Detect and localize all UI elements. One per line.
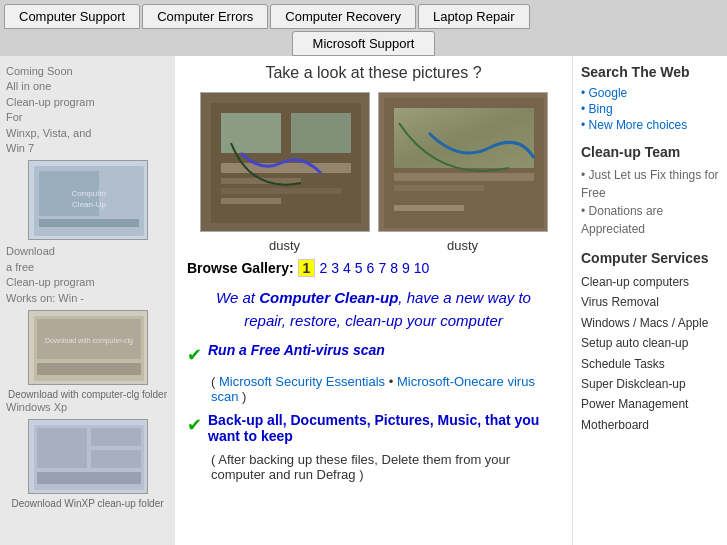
svg-rect-33 <box>379 93 548 232</box>
gallery-page-2[interactable]: 2 <box>319 260 327 276</box>
feature-antivirus: ✔ Run a Free Anti-virus scan <box>187 342 560 366</box>
svg-rect-16 <box>37 472 141 484</box>
main-title: Take a look at these pictures ? <box>187 64 560 82</box>
cleanup-team-item-2: • Donations are Appreciated <box>581 202 719 238</box>
tagline: We at Computer Clean-up, have a new way … <box>187 287 560 332</box>
service-item-5: Schedule Tasks <box>581 354 719 374</box>
svg-text:Clean-Up: Clean-Up <box>72 200 106 209</box>
tab-laptop-repair[interactable]: Laptop Repair <box>418 4 530 29</box>
google-link[interactable]: • Google <box>581 86 627 100</box>
tagline-brand: Computer Clean-up <box>259 289 398 306</box>
gallery-page-3[interactable]: 3 <box>331 260 339 276</box>
after-backup-text: ( After backing up these files, Delete t… <box>211 452 560 482</box>
tab-computer-errors[interactable]: Computer Errors <box>142 4 268 29</box>
gallery-page-9[interactable]: 9 <box>402 260 410 276</box>
dusty-images-row <box>187 92 560 232</box>
tab-computer-recovery[interactable]: Computer Recovery <box>270 4 416 29</box>
services-list: Clean-up computers Virus Removal Windows… <box>581 272 719 435</box>
dusty-image-2 <box>378 92 548 232</box>
gallery-page-8[interactable]: 8 <box>390 260 398 276</box>
svg-rect-3 <box>39 219 139 227</box>
svg-rect-13 <box>37 428 87 468</box>
feature1-text: Run a Free Anti-virus scan <box>208 342 385 358</box>
svg-rect-9 <box>37 363 141 375</box>
browse-label: Browse Gallery: <box>187 260 294 276</box>
more-choices-link[interactable]: • New More choices <box>581 118 687 132</box>
tab-microsoft-support[interactable]: Microsoft Support <box>292 31 436 56</box>
gallery-page-10[interactable]: 10 <box>414 260 430 276</box>
svg-rect-15 <box>91 450 141 468</box>
image2-label: dusty <box>378 238 548 253</box>
search-web-title: Search The Web <box>581 64 719 80</box>
service-item-2: Virus Removal <box>581 292 719 312</box>
sidebar-coming-soon: Coming Soon All in one Clean-up program … <box>6 64 169 156</box>
search-item-more: • New More choices <box>581 118 719 132</box>
service-item-6: Super Diskclean-up <box>581 374 719 394</box>
gallery-page-7[interactable]: 7 <box>378 260 386 276</box>
sidebar-caption-1: Deownload with computer-clg folder <box>6 389 169 400</box>
tagline-part1: We at <box>216 289 259 306</box>
cleanup-team-item-1: • Just Let us Fix things for Free <box>581 166 719 202</box>
tab-computer-support[interactable]: Computer Support <box>4 4 140 29</box>
tagline-part2: , have a new way to <box>398 289 531 306</box>
antivirus-links: ( Microsoft Security Essentials • Micros… <box>211 374 560 404</box>
sidebar-winxp-text: Windows Xp <box>6 400 169 415</box>
sidebar-image-1: Computer Clean-Up <box>28 160 148 240</box>
gallery-page-4[interactable]: 4 <box>343 260 351 276</box>
search-item-google: • Google <box>581 86 719 100</box>
bing-link[interactable]: • Bing <box>581 102 613 116</box>
cleanup-team-items: • Just Let us Fix things for Free • Dona… <box>581 166 719 238</box>
link-microsoft-security[interactable]: Microsoft Security Essentials <box>219 374 385 389</box>
search-items: • Google • Bing • New More choices <box>581 86 719 132</box>
sidebar-image-3 <box>28 419 148 494</box>
cleanup-team-title: Clean-up Team <box>581 144 719 160</box>
sidebar-caption-2: Deownload WinXP clean-up folder <box>6 498 169 509</box>
checkmark-icon-2: ✔ <box>187 414 202 436</box>
sidebar-download-text: Download a free Clean-up program Works o… <box>6 244 169 306</box>
browse-gallery: Browse Gallery: 1 2 3 4 5 6 7 8 9 10 <box>187 259 560 277</box>
link-separator: • <box>389 374 397 389</box>
service-item-3: Windows / Macs / Apple <box>581 313 719 333</box>
svg-text:Computer: Computer <box>71 189 106 198</box>
main-content: Take a look at these pictures ? <box>175 56 572 545</box>
service-item-1: Clean-up computers <box>581 272 719 292</box>
feature-backup: ✔ Back-up all, Documents, Pictures, Musi… <box>187 412 560 444</box>
service-item-4: Setup auto clean-up <box>581 333 719 353</box>
sidebar-image-2: Download with computer-clg <box>28 310 148 385</box>
gallery-page-current[interactable]: 1 <box>298 259 316 277</box>
search-item-bing: • Bing <box>581 102 719 116</box>
right-sidebar: Search The Web • Google • Bing • New Mor… <box>572 56 727 545</box>
image1-label: dusty <box>200 238 370 253</box>
main-layout: Coming Soon All in one Clean-up program … <box>0 56 727 545</box>
gallery-page-6[interactable]: 6 <box>367 260 375 276</box>
checkmark-icon-1: ✔ <box>187 344 202 366</box>
secondary-navigation: Microsoft Support <box>0 29 727 56</box>
feature2-text: Back-up all, Documents, Pictures, Music,… <box>208 412 560 444</box>
tagline-part3: repair, restore, clean-up your computer <box>244 312 502 329</box>
svg-rect-14 <box>91 428 141 446</box>
service-item-8: Motherboard <box>581 415 719 435</box>
service-item-7: Power Management <box>581 394 719 414</box>
svg-text:Download with computer-clg: Download with computer-clg <box>45 337 133 345</box>
top-navigation: Computer Support Computer Errors Compute… <box>0 0 727 29</box>
gallery-page-5[interactable]: 5 <box>355 260 363 276</box>
dusty-image-1 <box>200 92 370 232</box>
computer-services-title: Computer Services <box>581 250 719 266</box>
left-sidebar: Coming Soon All in one Clean-up program … <box>0 56 175 545</box>
